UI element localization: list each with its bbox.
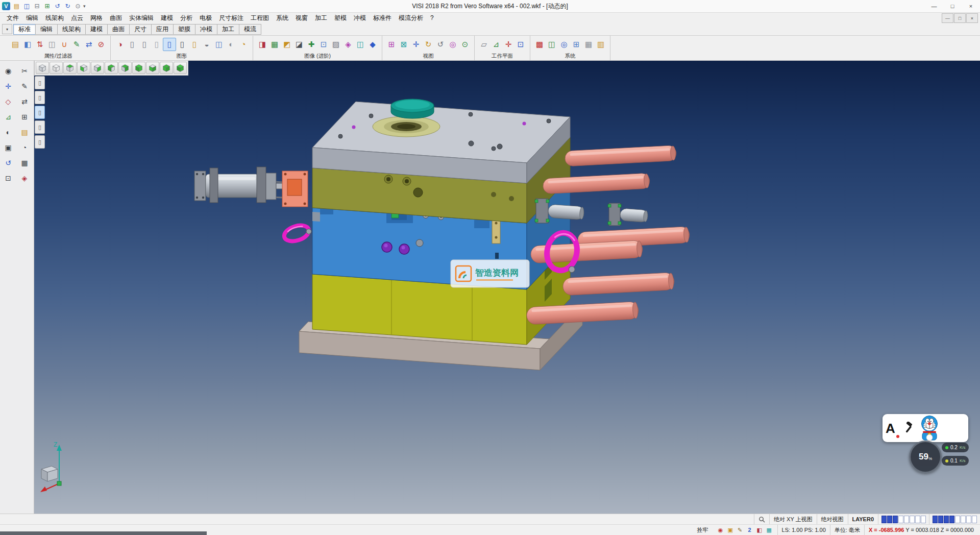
menu-item[interactable]: 加工 (311, 13, 331, 23)
view-settings-icon[interactable]: ⊙ (459, 38, 471, 51)
viewport-canvas[interactable]: 智造资料网 Z (34, 61, 980, 514)
view-lock-status[interactable]: 绝对 XY 上视图 (769, 514, 817, 524)
swap-icon[interactable]: ⇄ (83, 38, 95, 51)
speed-monitor-widget[interactable]: 59 % (909, 441, 942, 473)
cylinder-dark-icon[interactable]: ▯ (176, 38, 188, 51)
mesh-toggle-icon[interactable]: ▦ (765, 526, 773, 534)
plane-xy-icon[interactable]: ⊿ (490, 38, 502, 51)
view-iso-icon[interactable] (36, 62, 49, 74)
menu-item[interactable]: 分析 (177, 13, 196, 23)
close-button[interactable]: × (962, 0, 980, 12)
mdi-control-button[interactable]: × (966, 13, 978, 23)
menu-item[interactable]: 模流分析 (395, 13, 427, 23)
undo-icon[interactable]: ↺ (53, 2, 62, 11)
previous-view-icon[interactable]: ↺ (434, 38, 447, 51)
mold-top-plate[interactable] (312, 99, 570, 183)
globe-icon[interactable]: ◎ (558, 38, 570, 51)
menu-item[interactable]: 编辑 (22, 13, 42, 23)
ribbon-tab[interactable]: 编辑 (35, 24, 58, 35)
view-axon-icon[interactable] (160, 62, 173, 74)
ribbon-tab[interactable]: 尺寸 (129, 24, 152, 35)
system-settings-icon[interactable]: ⊞ (570, 38, 582, 51)
shade-icon[interactable]: ◐ (2, 126, 15, 138)
print-icon[interactable]: ⊟ (33, 2, 41, 11)
menu-item[interactable]: 网格 (87, 13, 106, 23)
mask-icon[interactable]: ◧ (21, 38, 34, 51)
cylinder-yellow-icon[interactable]: ▯ (188, 38, 201, 51)
support-pillar[interactable] (562, 273, 674, 296)
rotate-view-icon[interactable]: ↻ (422, 38, 434, 51)
menu-item[interactable]: 工程图 (247, 13, 273, 23)
link-icon[interactable]: ◫ (46, 38, 58, 51)
render-icon[interactable]: ◨ (256, 38, 268, 51)
trim-icon[interactable]: ✂ (18, 65, 31, 77)
locating-ring[interactable] (391, 99, 434, 118)
dynamic-view-icon[interactable]: ◎ (447, 38, 459, 51)
select-icon[interactable]: ◉ (2, 65, 15, 77)
layer2-toggle-icon[interactable]: 2 (746, 526, 754, 534)
move-icon[interactable]: ✛ (2, 80, 15, 92)
tab-overflow-caret-icon[interactable]: ▾ (2, 24, 12, 34)
ribbon-tab[interactable]: 曲面 (107, 24, 130, 35)
table-icon[interactable]: ▥ (595, 38, 607, 51)
transparency-icon[interactable]: ◐ (225, 38, 237, 51)
snap-lock-toggle[interactable]: 拴牢 (693, 525, 713, 535)
view-right-icon[interactable] (91, 62, 104, 74)
mirror-icon[interactable]: ⇄ (18, 95, 31, 108)
ribbon-tab[interactable]: 建模 (85, 24, 108, 35)
magnet-icon[interactable]: ∪ (58, 38, 70, 51)
layer-selector[interactable]: LAYER0 (848, 514, 878, 524)
properties-side-icon[interactable]: ◈ (18, 172, 31, 184)
layers-icon[interactable]: ▤ (18, 126, 31, 138)
mini-hidden-line-icon[interactable]: ▯ (35, 91, 45, 104)
menu-item[interactable]: 视窗 (292, 13, 311, 23)
grid-icon[interactable]: ⊞ (18, 111, 31, 123)
menu-item[interactable]: 文件 (3, 13, 22, 23)
menu-item[interactable]: 线架构 (42, 13, 67, 23)
snapshot-icon[interactable]: ⊡ (317, 38, 330, 51)
menu-item[interactable]: 塑模 (331, 13, 350, 23)
menu-item[interactable]: 建模 (157, 13, 177, 23)
solid-toggle-icon[interactable]: ◧ (755, 526, 764, 534)
zoom-all-icon[interactable]: ⊞ (385, 38, 398, 51)
ribbon-tab[interactable]: 加工 (217, 24, 239, 35)
color-palette-icon[interactable]: ▩ (533, 38, 546, 51)
ribbon-tab[interactable]: 模流 (239, 24, 261, 35)
mdi-control-button[interactable]: — (942, 13, 953, 23)
edit-toggle-icon[interactable]: ✎ (736, 526, 744, 534)
display-icon[interactable]: ◫ (546, 38, 558, 51)
clear-filter-icon[interactable]: ⊘ (95, 38, 107, 51)
cylinder-gray-icon[interactable]: ▯ (138, 38, 151, 51)
save-icon[interactable]: ◫ (22, 2, 31, 11)
view-front-icon[interactable] (77, 62, 90, 74)
zoom-window-icon[interactable]: ⊠ (398, 38, 410, 51)
menu-item[interactable]: 曲面 (106, 13, 126, 23)
plane-align-icon[interactable]: ✛ (502, 38, 514, 51)
menu-item[interactable]: 系统 (273, 13, 292, 23)
calculator-icon[interactable]: ▦ (582, 38, 595, 51)
minimize-button[interactable]: — (925, 0, 943, 12)
support-pillar[interactable] (565, 145, 676, 166)
grid-toggle-icon[interactable]: ▣ (726, 526, 734, 534)
settings-icon[interactable]: ⊙ (74, 2, 82, 11)
view-left-icon[interactable] (118, 62, 132, 74)
mini-ghost-icon[interactable]: ▯ (35, 120, 45, 134)
menu-item[interactable]: 冲模 (350, 13, 370, 23)
view-back-icon[interactable] (105, 62, 118, 74)
half-section-icon[interactable]: ◒ (201, 38, 213, 51)
pan-icon[interactable]: ✛ (410, 38, 422, 51)
filter-updown-icon[interactable]: ⇅ (34, 38, 46, 51)
ribbon-tab[interactable]: 标准 (13, 24, 36, 35)
attributes-icon[interactable]: ▤ (9, 38, 21, 51)
shading-icon[interactable]: ◑ (114, 38, 126, 51)
view-bottom-icon[interactable] (146, 62, 159, 74)
light-icon[interactable]: ◩ (281, 38, 293, 51)
plane-view-icon[interactable]: ⊡ (514, 38, 527, 51)
menu-item[interactable]: 尺寸标注 (215, 13, 247, 23)
measure-icon[interactable]: ◇ (2, 95, 15, 108)
background-icon[interactable]: ▨ (330, 38, 342, 51)
ribbon-tab[interactable]: 塑膜 (173, 24, 195, 35)
plot-icon[interactable]: ⊞ (43, 2, 52, 11)
menu-item[interactable]: 电极 (196, 13, 215, 23)
mini-analysis-icon[interactable]: ▯ (35, 135, 45, 149)
